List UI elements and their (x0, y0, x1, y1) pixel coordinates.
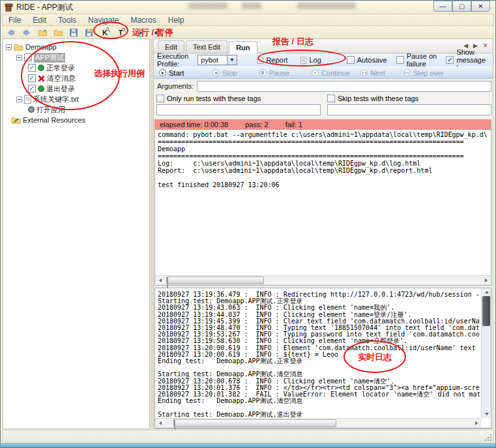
skip-tags-checkbox[interactable]: Skip tests with these tags (327, 93, 491, 103)
message-log-vertical-scrollbar[interactable] (481, 288, 491, 418)
next-icon (360, 69, 368, 76)
menu-help[interactable]: Help (162, 16, 190, 25)
continue-play-icon (312, 69, 319, 76)
skip-tags-input[interactable] (327, 104, 491, 115)
tree-node-external-resources[interactable]: External Resources (6, 115, 149, 125)
menu-file[interactable]: File (3, 16, 27, 25)
run-tests-button[interactable] (134, 27, 147, 38)
console-output[interactable]: command: pybot.bat --argumentfile c:\use… (158, 131, 489, 274)
stop-button[interactable]: Stop (212, 69, 237, 77)
menu-tools[interactable]: Tools (52, 16, 82, 25)
checkbox-unchecked[interactable] (156, 95, 164, 102)
checkbox-checked[interactable]: ✓ (446, 56, 454, 64)
tab-edit[interactable]: Edit (158, 40, 184, 53)
pause-on-failure-checkbox[interactable]: Pause on failure (396, 52, 437, 68)
back-button[interactable] (5, 27, 18, 38)
scroll-right-icon[interactable] (471, 419, 481, 428)
scroll-up-icon[interactable] (482, 288, 491, 296)
tree-node-test-normal-login[interactable]: ✓ 正常登录 (6, 63, 149, 73)
save-all-button[interactable] (83, 27, 96, 38)
checkbox-unchecked[interactable] (347, 56, 355, 64)
test-fail-icon (38, 75, 45, 82)
test-checkbox-checked[interactable]: ✓ (28, 85, 36, 93)
test-suite-tree-panel: Demoapp APP测试 ✓ 正常登录 ✓ 清空消息 ✓ 退出登录 (3, 38, 150, 429)
arguments-input[interactable] (197, 81, 491, 92)
play-icon (136, 28, 145, 38)
test-checkbox-checked[interactable]: ✓ (28, 74, 36, 82)
open-directory-button[interactable] (51, 27, 65, 38)
keyword-gear-icon (28, 106, 35, 113)
tree-node-open-app-keyword[interactable]: 打开应用 (6, 104, 149, 115)
run-panel: Edit Text Edit Run ◀ ▶ × Execution Profi… (153, 38, 493, 429)
console-horizontal-scrollbar[interactable] (155, 275, 491, 285)
console-output-panel: command: pybot.bat --argumentfile c:\use… (154, 129, 491, 286)
redacted-block (297, 3, 356, 9)
open-suite-button[interactable] (36, 27, 49, 38)
scrollbar-thumb[interactable] (173, 419, 336, 427)
suite-checkbox[interactable] (24, 53, 32, 61)
menu-edit[interactable]: Edit (27, 16, 52, 25)
stop-square-icon (212, 69, 220, 76)
scroll-left-icon[interactable] (155, 276, 165, 285)
start-button[interactable]: Start (159, 69, 184, 77)
title-bar[interactable]: RIDE - APP测试 — ▢ ✕ (1, 1, 495, 14)
tree-node-label: 退出登录 (46, 84, 75, 94)
only-run-tags-input[interactable] (156, 104, 321, 115)
search-keywords-button[interactable]: K (98, 27, 111, 38)
redacted-block (188, 3, 227, 9)
execution-profile-value: pybot (198, 56, 227, 64)
collapse-icon[interactable] (6, 44, 12, 50)
tab-run[interactable]: Run (229, 41, 257, 53)
tree-node-system-keywords[interactable]: 系统关键字.txt (6, 94, 149, 104)
external-resources-icon (11, 116, 21, 125)
tree-node-test-logout[interactable]: ✓ 退出登录 (6, 83, 149, 94)
checkbox-unchecked[interactable] (327, 95, 335, 102)
run-control-row: Start Stop Pause Continue Next Step over (154, 67, 493, 79)
menu-macros[interactable]: Macros (124, 16, 162, 25)
dropdown-button[interactable] (227, 55, 237, 65)
back-arrow-icon (7, 28, 16, 37)
message-log[interactable]: 20180927 13:19:36.479 : INFO : Redirecti… (158, 291, 480, 417)
only-run-tags-checkbox[interactable]: Only run tests with these tags (156, 93, 321, 103)
maximize-button[interactable]: ▢ (452, 1, 471, 12)
checkbox-unchecked[interactable] (396, 56, 404, 64)
tree-node-label: Demoapp (25, 43, 57, 51)
scrollbar-thumb[interactable] (482, 296, 490, 326)
tree-node-label-selected: APP测试 (34, 53, 65, 63)
tree-node-app-test-suite[interactable]: APP测试 (6, 52, 149, 63)
test-checkbox-checked[interactable]: ✓ (28, 64, 36, 72)
step-over-icon (403, 69, 411, 76)
continue-button[interactable]: Continue (312, 69, 350, 77)
test-pass-icon (38, 85, 44, 92)
resize-grip[interactable] (484, 434, 492, 441)
report-button[interactable]: Report (254, 55, 291, 65)
window-controls: — ▢ ✕ (433, 1, 490, 12)
next-button[interactable]: Next (360, 69, 385, 77)
save-button[interactable] (67, 27, 80, 38)
menu-navigate[interactable]: Navigate (82, 16, 124, 25)
message-log-horizontal-scrollbar[interactable] (155, 418, 481, 428)
pause-button[interactable]: Pause (259, 69, 289, 77)
collapse-icon[interactable] (16, 55, 22, 61)
collapse-icon[interactable] (16, 97, 22, 102)
autosave-checkbox[interactable]: Autosave (347, 56, 387, 64)
save-icon (69, 28, 78, 37)
close-button[interactable]: ✕ (471, 1, 490, 12)
search-tests-button[interactable]: T (114, 27, 127, 38)
magnifier-icon (121, 27, 126, 33)
forward-button[interactable] (20, 27, 33, 38)
log-button[interactable]: Log (297, 55, 324, 65)
tree-node-demoapp[interactable]: Demoapp (6, 42, 149, 52)
tab-text-edit[interactable]: Text Edit (186, 40, 227, 53)
execution-profile-row: Execution Profile: pybot Report Log Auto… (154, 53, 493, 67)
scrollbar-thumb[interactable] (166, 276, 264, 284)
scroll-right-icon[interactable] (481, 276, 491, 285)
tags-row: Only run tests with these tags Skip test… (154, 93, 491, 118)
step-over-button[interactable]: Step over (403, 69, 444, 77)
scroll-left-icon[interactable] (155, 419, 165, 428)
tree-node-test-clear-message[interactable]: ✓ 清空消息 (6, 73, 149, 83)
minimize-button[interactable]: — (433, 1, 452, 12)
execution-profile-select[interactable]: pybot (197, 55, 237, 65)
scroll-down-icon[interactable] (482, 410, 491, 418)
stop-tests-button[interactable] (149, 27, 162, 38)
